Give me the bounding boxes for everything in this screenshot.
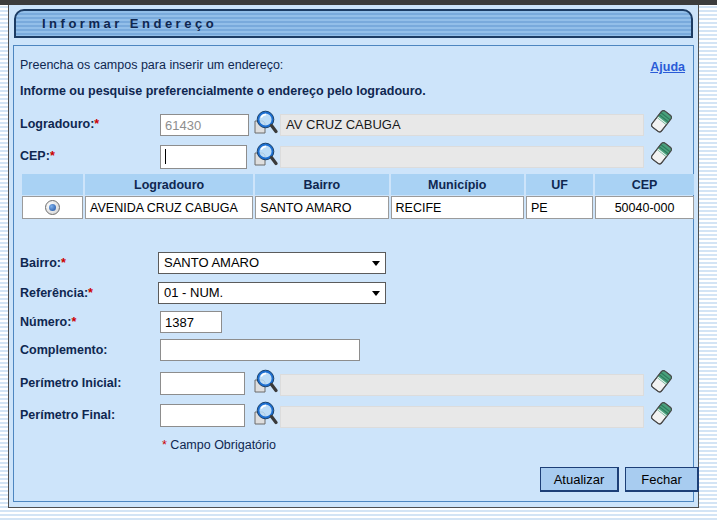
logradouro-description-field: AV CRUZ CABUGA — [280, 114, 644, 136]
text-caret — [165, 149, 166, 164]
search-icon — [252, 401, 278, 429]
cell-uf: PE — [526, 196, 593, 219]
table-header-row: Logradouro Bairro Município UF CEP — [22, 174, 694, 195]
logradouro-search-button[interactable] — [252, 110, 278, 138]
required-marker: * — [88, 286, 93, 300]
complemento-input[interactable] — [160, 339, 360, 361]
referencia-label: Referência:* — [20, 286, 93, 300]
search-icon — [252, 110, 278, 138]
logradouro-code-input[interactable] — [160, 114, 249, 136]
table-row: AVENIDA CRUZ CABUGA SANTO AMARO RECIFE P… — [22, 196, 694, 219]
dialog-title: Informar Endereço — [16, 16, 217, 31]
row-select-radio[interactable] — [45, 200, 60, 215]
perimetro-inicial-search-button[interactable] — [252, 369, 278, 397]
required-field-note: * Campo Obrigatório — [162, 438, 276, 452]
required-marker: * — [50, 149, 55, 163]
perimetro-final-search-button[interactable] — [252, 401, 278, 429]
perimetro-inicial-label: Perímetro Inicial: — [20, 376, 121, 390]
bairro-label: Bairro:* — [20, 256, 66, 270]
perimetro-final-input[interactable] — [160, 404, 245, 427]
required-marker: * — [71, 315, 76, 329]
column-header-select — [22, 174, 83, 195]
search-icon — [252, 142, 278, 170]
sub-instruction-text: Informe ou pesquise preferencialmente o … — [20, 84, 426, 98]
eraser-icon — [649, 108, 673, 135]
form-panel: Preencha os campos para inserir um ender… — [13, 45, 694, 502]
perimetro-final-description-field — [280, 406, 644, 428]
column-header-logradouro: Logradouro — [85, 174, 253, 195]
perimetro-final-label: Perímetro Final: — [20, 408, 115, 422]
logradouro-label: Logradouro:* — [20, 117, 99, 131]
cep-description-field — [280, 146, 644, 168]
search-icon — [252, 369, 278, 397]
page-background: Informar Endereço Preencha os campos par… — [0, 0, 717, 520]
perimetro-inicial-description-field — [280, 374, 644, 396]
fechar-button[interactable]: Fechar — [625, 467, 699, 492]
cep-label: CEP:* — [20, 149, 55, 163]
atualizar-button[interactable]: Atualizar — [540, 467, 619, 492]
referencia-select[interactable]: 01 - NUM. — [158, 282, 386, 304]
chevron-down-icon — [372, 261, 380, 266]
eraser-icon — [649, 400, 673, 427]
chevron-down-icon — [372, 291, 380, 296]
perimetro-inicial-input[interactable] — [160, 372, 245, 395]
numero-input[interactable] — [160, 311, 222, 333]
informar-endereco-dialog: Informar Endereço Preencha os campos par… — [8, 5, 699, 508]
required-marker: * — [94, 117, 99, 131]
cep-code-input[interactable] — [160, 145, 247, 169]
help-link[interactable]: Ajuda — [650, 60, 685, 74]
instruction-text: Preencha os campos para inserir um ender… — [20, 58, 283, 72]
column-header-uf: UF — [526, 174, 593, 195]
numero-label: Número:* — [20, 315, 76, 329]
cell-bairro: SANTO AMARO — [255, 196, 388, 219]
cell-municipio: RECIFE — [391, 196, 524, 219]
cell-logradouro: AVENIDA CRUZ CABUGA — [85, 196, 253, 219]
eraser-icon — [649, 368, 673, 395]
column-header-cep: CEP — [595, 174, 694, 195]
eraser-icon — [649, 140, 673, 167]
logradouro-clear-button[interactable] — [648, 108, 674, 136]
address-results-table: Logradouro Bairro Município UF CEP AVENI… — [20, 173, 696, 220]
column-header-municipio: Município — [391, 174, 524, 195]
complemento-label: Complemento: — [20, 343, 108, 357]
required-marker: * — [61, 256, 66, 270]
column-header-bairro: Bairro — [255, 174, 388, 195]
cell-cep: 50040-000 — [595, 196, 694, 219]
perimetro-inicial-clear-button[interactable] — [648, 368, 674, 396]
dialog-title-bar: Informar Endereço — [14, 9, 693, 38]
perimetro-final-clear-button[interactable] — [648, 400, 674, 428]
bairro-select[interactable]: SANTO AMARO — [158, 252, 386, 274]
cep-search-button[interactable] — [252, 142, 278, 170]
cep-clear-button[interactable] — [648, 140, 674, 168]
